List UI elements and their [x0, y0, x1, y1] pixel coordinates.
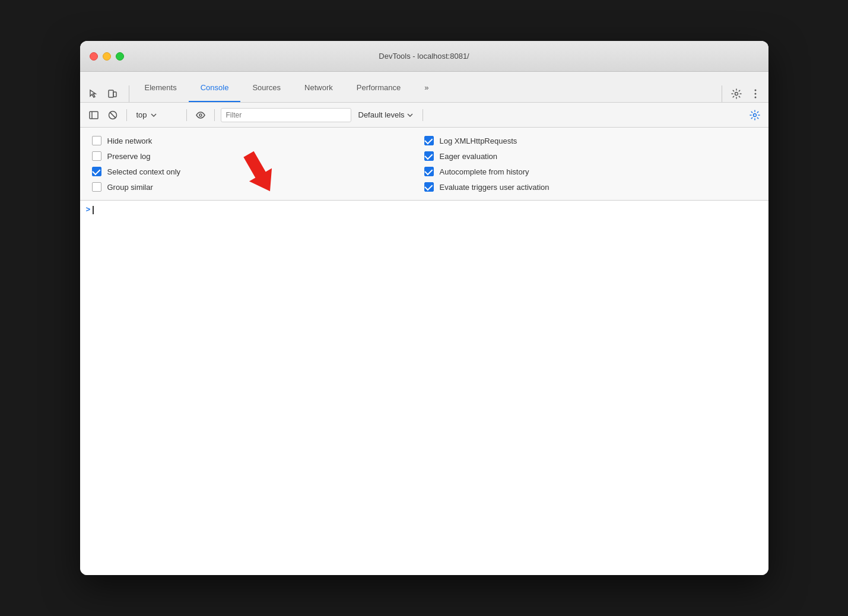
settings-panel: Hide network Log XMLHttpRequests Preserv…	[80, 128, 768, 201]
console-settings-button[interactable]	[747, 107, 763, 123]
svg-line-8	[110, 112, 115, 118]
console-prompt-symbol: >	[86, 205, 91, 214]
log-xmlhttp-checkbox[interactable]	[424, 136, 434, 145]
title-bar: DevTools - localhost:8081/	[80, 41, 768, 72]
group-similar-label: Group similar	[107, 183, 153, 192]
toolbar-separator-1	[126, 109, 127, 121]
inspect-element-button[interactable]	[85, 85, 101, 102]
blue-gear-icon	[749, 110, 760, 120]
hide-network-checkbox[interactable]	[92, 136, 101, 145]
checkbox-selected-context[interactable]: Selected context only	[92, 167, 424, 176]
tab-console[interactable]: Console	[189, 74, 241, 102]
group-similar-checkbox[interactable]	[92, 182, 101, 192]
checkbox-preserve-log[interactable]: Preserve log	[92, 151, 424, 161]
svg-point-9	[199, 114, 202, 116]
levels-chevron-icon	[407, 113, 413, 117]
close-button[interactable]	[90, 52, 98, 61]
tab-bar-left-icons	[85, 85, 120, 102]
checkbox-eager-eval[interactable]: Eager evaluation	[424, 151, 757, 161]
console-cursor	[93, 206, 94, 214]
preserve-log-checkbox[interactable]	[92, 151, 101, 161]
autocomplete-history-checkbox[interactable]	[424, 167, 434, 176]
more-options-button[interactable]	[747, 85, 764, 102]
default-levels-button[interactable]: Default levels	[355, 109, 417, 120]
svg-point-4	[754, 97, 756, 99]
autocomplete-history-label: Autocomplete from history	[440, 167, 529, 176]
maximize-button[interactable]	[116, 52, 124, 61]
svg-point-2	[754, 90, 756, 91]
context-selector[interactable]: top	[133, 109, 180, 120]
tab-bar-right-separator	[722, 85, 722, 102]
checkbox-log-xmlhttp[interactable]: Log XMLHttpRequests	[424, 136, 757, 145]
toolbar-separator-3	[214, 109, 215, 121]
traffic-lights	[90, 52, 124, 61]
log-xmlhttp-label: Log XMLHttpRequests	[440, 136, 517, 145]
checkbox-hide-network[interactable]: Hide network	[92, 136, 424, 145]
tab-network[interactable]: Network	[293, 74, 345, 102]
checkbox-group-similar[interactable]: Group similar	[92, 182, 424, 192]
toolbar-right-settings	[747, 107, 763, 123]
toolbar-separator-2	[186, 109, 187, 121]
devtools-window: DevTools - localhost:8081/ Elements Cons…	[80, 41, 768, 575]
tab-elements[interactable]: Elements	[133, 74, 189, 102]
tab-bar: Elements Console Sources Network Perform…	[80, 72, 768, 103]
filter-input[interactable]	[221, 108, 351, 122]
levels-label: Default levels	[358, 110, 405, 119]
tab-sources[interactable]: Sources	[240, 74, 293, 102]
cursor-icon	[88, 89, 98, 99]
device-toolbar-button[interactable]	[104, 85, 120, 102]
selected-context-checkbox[interactable]	[92, 167, 101, 176]
console-area[interactable]: >	[80, 201, 768, 575]
eye-icon	[196, 111, 205, 119]
svg-rect-5	[90, 112, 98, 119]
eager-eval-checkbox[interactable]	[424, 151, 434, 161]
toolbar-separator-4	[423, 109, 423, 121]
sidebar-icon	[89, 111, 99, 119]
checkbox-evaluate-triggers[interactable]: Evaluate triggers user activation	[424, 182, 757, 192]
tabs: Elements Console Sources Network Perform…	[133, 74, 718, 102]
ban-icon	[108, 110, 117, 120]
chevron-down-icon	[151, 113, 157, 117]
hide-network-label: Hide network	[107, 136, 153, 145]
window-title: DevTools - localhost:8081/	[379, 52, 469, 61]
device-icon	[107, 89, 117, 99]
tab-bar-separator	[129, 85, 129, 102]
preserve-log-label: Preserve log	[107, 152, 151, 161]
tab-bar-right-icons	[718, 85, 764, 102]
eager-eval-label: Eager evaluation	[440, 152, 498, 161]
console-prompt: >	[86, 205, 763, 214]
clear-console-button[interactable]	[105, 107, 120, 123]
checkbox-autocomplete-history[interactable]: Autocomplete from history	[424, 167, 757, 176]
settings-button[interactable]	[728, 85, 745, 102]
live-expressions-button[interactable]	[193, 107, 208, 123]
svg-rect-1	[113, 92, 116, 97]
svg-rect-0	[109, 90, 113, 97]
console-toolbar: top Default levels	[80, 103, 768, 128]
context-value: top	[136, 110, 147, 119]
gear-icon	[731, 88, 742, 99]
settings-panel-wrapper: Hide network Log XMLHttpRequests Preserv…	[80, 128, 768, 201]
sidebar-toggle-button[interactable]	[86, 107, 101, 123]
minimize-button[interactable]	[103, 52, 111, 61]
ellipsis-vertical-icon	[754, 89, 757, 99]
evaluate-triggers-checkbox[interactable]	[424, 182, 434, 192]
tab-more-button[interactable]: »	[412, 74, 440, 102]
tab-performance[interactable]: Performance	[345, 74, 412, 102]
evaluate-triggers-label: Evaluate triggers user activation	[440, 183, 550, 192]
selected-context-label: Selected context only	[107, 167, 181, 176]
svg-point-3	[754, 93, 756, 95]
